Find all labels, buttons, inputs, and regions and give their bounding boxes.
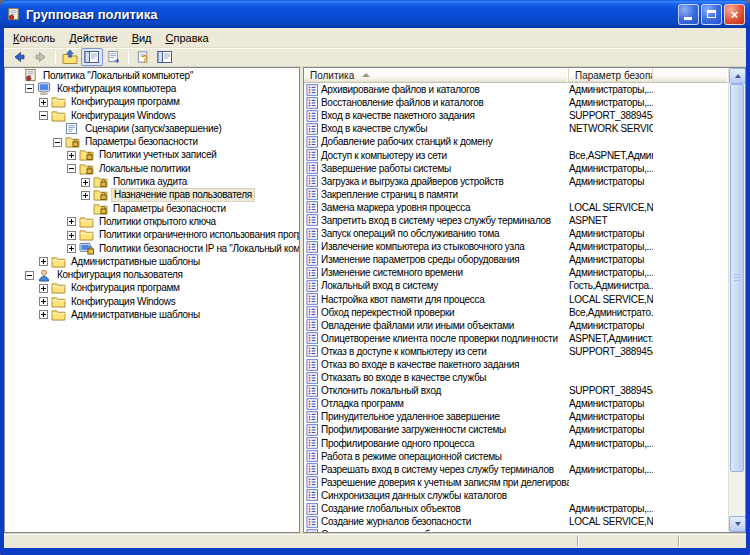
policy-row[interactable]: Принудительное удаленное завершениеАдмин… — [304, 410, 728, 423]
tree-item[interactable]: Конфигурация программ — [5, 96, 299, 109]
tree-item[interactable]: Конфигурация программ — [5, 282, 299, 295]
tree-item[interactable]: Политики ограниченного использования про… — [5, 229, 299, 242]
policy-row[interactable]: Отказ во входе в качестве пакетного зада… — [304, 358, 728, 371]
tree-item[interactable]: Политика "Локальный компьютер" — [5, 69, 299, 82]
export-list-button[interactable] — [103, 48, 125, 66]
policy-row[interactable]: Замена маркера уровня процессаLOCAL SERV… — [304, 201, 728, 214]
policy-row[interactable]: Завершение работы системыАдминистраторы,… — [304, 162, 728, 175]
policy-row[interactable]: Профилирование одного процессаАдминистра… — [304, 437, 728, 450]
menu-item[interactable]: Консоль — [6, 30, 62, 46]
up-one-level-button[interactable] — [59, 48, 81, 66]
policy-row[interactable]: Загрузка и выгрузка драйверов устройствА… — [304, 175, 728, 188]
tree-expander-minus-icon[interactable] — [39, 111, 48, 120]
policy-row[interactable]: Отказать во входе в качестве службы — [304, 371, 728, 384]
policy-row[interactable]: Создание журналов безопасностиLOCAL SERV… — [304, 515, 728, 528]
policy-row[interactable]: Работа в режиме операционной системы — [304, 450, 728, 463]
menu-item[interactable]: Справка — [159, 30, 216, 46]
tree-expander-plus-icon[interactable] — [67, 151, 76, 160]
column-header-policy[interactable]: Политика — [304, 68, 569, 82]
tree-item[interactable]: Локальные политики — [5, 162, 299, 175]
tree-item[interactable]: Конфигурация компьютера — [5, 82, 299, 95]
policy-row[interactable]: Отклонить локальный входSUPPORT_388945a.… — [304, 384, 728, 397]
tree-item[interactable]: Политики безопасности IP на "Локальный к… — [5, 242, 299, 255]
tree-expander-minus-icon[interactable] — [25, 84, 34, 93]
tree-item[interactable]: Политики открытого ключа — [5, 215, 299, 228]
policy-row[interactable]: Овладение файлами или иными объектамиАдм… — [304, 319, 728, 332]
tree-item[interactable]: Параметры безопасности — [5, 202, 299, 215]
policy-row[interactable]: Создание маркерного объекта — [304, 528, 728, 532]
tree-expander-plus-icon[interactable] — [39, 257, 48, 266]
tree-item[interactable]: Параметры безопасности — [5, 135, 299, 148]
close-button[interactable]: × — [724, 4, 745, 25]
main-area: Политика "Локальный компьютер"Конфигурац… — [4, 67, 746, 533]
policy-cell: Восстановление файлов и каталогов — [304, 97, 569, 109]
tree-expander-minus-icon[interactable] — [25, 271, 34, 280]
policy-row[interactable]: Создание глобальных объектовАдминистрато… — [304, 502, 728, 515]
policy-row[interactable]: Запретить вход в систему через службу те… — [304, 214, 728, 227]
policy-row[interactable]: Отказ в доступе к компьютеру из сетиSUPP… — [304, 345, 728, 358]
tree-item[interactable]: Административные шаблоны — [5, 255, 299, 268]
policy-row[interactable]: Разрешение доверия к учетным записям при… — [304, 476, 728, 489]
tree-item[interactable]: Конфигурация Windows — [5, 109, 299, 122]
policy-row[interactable]: Запуск операций по обслуживанию томаАдми… — [304, 227, 728, 240]
tree-item[interactable]: Конфигурация Windows — [5, 295, 299, 308]
scroll-down-button[interactable] — [729, 516, 746, 532]
policy-row[interactable]: Архивирование файлов и каталоговАдминист… — [304, 83, 728, 96]
tree-expander-minus-icon[interactable] — [53, 138, 62, 147]
policy-row[interactable]: Извлечение компьютера из стыковочного уз… — [304, 240, 728, 253]
policy-row[interactable]: Обход перекрестной проверкиВсе,Администр… — [304, 306, 728, 319]
maximize-button[interactable] — [701, 4, 722, 25]
tree-expander-plus-icon[interactable] — [67, 217, 76, 226]
help-button[interactable]: ? — [132, 48, 154, 66]
minimize-button[interactable] — [678, 4, 699, 25]
scrollbar-thumb[interactable] — [730, 84, 744, 472]
menu-item[interactable]: Действие — [62, 30, 124, 46]
tree-item[interactable]: Сценарии (запуск/завершение) — [5, 122, 299, 135]
tree-item[interactable]: Конфигурация пользователя — [5, 268, 299, 281]
policy-row[interactable]: Разрешать вход в систему через службу те… — [304, 463, 728, 476]
sort-ascending-icon — [362, 73, 370, 77]
policy-row[interactable]: Изменение параметров среды оборудованияА… — [304, 253, 728, 266]
folder-icon — [51, 282, 67, 294]
tree-expander-plus-icon[interactable] — [67, 244, 76, 253]
policy-row[interactable]: Профилирование загруженности системыАдми… — [304, 423, 728, 436]
tree-item[interactable]: Политика аудита — [5, 175, 299, 188]
policy-row[interactable]: Олицетворение клиента после проверки под… — [304, 332, 728, 345]
tree-expander-plus-icon[interactable] — [39, 284, 48, 293]
tree-expander-plus-icon[interactable] — [67, 231, 76, 240]
show-hide-console-tree-button[interactable] — [81, 48, 103, 66]
forward-button[interactable] — [30, 48, 52, 66]
console-tree-panel[interactable]: Политика "Локальный компьютер"Конфигурац… — [4, 67, 300, 533]
policy-row[interactable]: Локальный вход в системуГость,Администра… — [304, 279, 728, 292]
vertical-scrollbar[interactable] — [728, 68, 745, 532]
policy-item-icon — [306, 214, 321, 226]
policy-row[interactable]: Вход в качестве службыNETWORK SERVICE... — [304, 122, 728, 135]
tree-expander-plus-icon[interactable] — [39, 310, 48, 319]
policy-row[interactable]: Закрепление страниц в памяти — [304, 188, 728, 201]
show-hide-panes-button[interactable] — [154, 48, 176, 66]
tree-item[interactable]: Административные шаблоны — [5, 308, 299, 321]
tree-expander-plus-icon[interactable] — [81, 191, 90, 200]
script-icon — [65, 122, 81, 135]
column-header-security-param[interactable]: Параметр безопас... — [569, 68, 653, 82]
tree-item-label: Параметры безопасности — [111, 203, 228, 215]
menu-item[interactable]: Вид — [125, 30, 159, 46]
tree-item-label: Конфигурация Windows — [69, 110, 177, 122]
tree-expander-minus-icon[interactable] — [67, 164, 76, 173]
title-bar[interactable]: Групповая политика × — [0, 0, 750, 28]
policy-row[interactable]: Вход в качестве пакетного заданияSUPPORT… — [304, 109, 728, 122]
tree-expander-plus-icon[interactable] — [39, 98, 48, 107]
tree-expander-plus-icon[interactable] — [39, 297, 48, 306]
policy-row[interactable]: Добавление рабочих станций к домену — [304, 135, 728, 148]
policy-row[interactable]: Доступ к компьютеру из сетиВсе,ASPNET,Ад… — [304, 148, 728, 161]
policy-row[interactable]: Изменение системного времениАдминистрато… — [304, 266, 728, 279]
tree-expander-plus-icon[interactable] — [81, 178, 90, 187]
policy-row[interactable]: Настройка квот памяти для процессаLOCAL … — [304, 293, 728, 306]
policy-row[interactable]: Синхронизация данных службы каталогов — [304, 489, 728, 502]
tree-item[interactable]: Политики учетных записей — [5, 149, 299, 162]
back-button[interactable] — [8, 48, 30, 66]
scroll-up-button[interactable] — [729, 68, 746, 84]
policy-row[interactable]: Отладка программАдминистраторы — [304, 397, 728, 410]
policy-row[interactable]: Восстановление файлов и каталоговАдминис… — [304, 96, 728, 109]
tree-item[interactable]: Назначение прав пользователя — [5, 189, 299, 202]
